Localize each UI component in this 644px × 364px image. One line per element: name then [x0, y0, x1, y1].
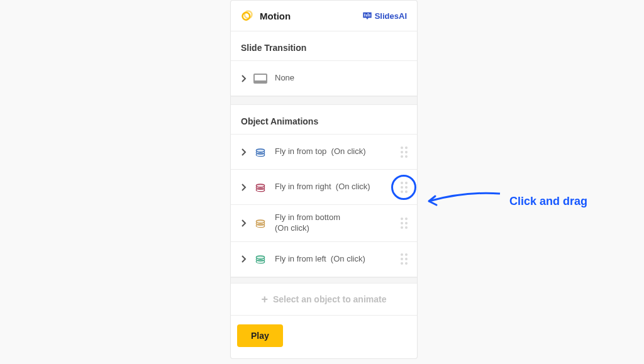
object-icon	[251, 253, 270, 265]
section-title-transition: Slide Transition	[231, 31, 417, 61]
object-icon	[251, 217, 270, 229]
panel-header: Motion SlidesAI	[231, 1, 417, 31]
animation-row[interactable]: Fly in from left (On click)	[231, 242, 417, 277]
object-icon	[251, 181, 270, 194]
svg-point-8	[256, 149, 264, 152]
svg-rect-3	[366, 14, 367, 16]
chevron-right-icon	[237, 255, 251, 263]
panel-footer: Play	[231, 316, 417, 358]
svg-point-1	[245, 11, 252, 19]
chevron-right-icon	[237, 75, 251, 82]
annotation-text: Click and drag	[509, 195, 587, 208]
annotation-callout: Click and drag	[421, 189, 587, 214]
motion-icon	[241, 9, 253, 22]
svg-rect-4	[367, 13, 368, 16]
drag-handle-icon[interactable]	[397, 180, 411, 194]
svg-point-17	[256, 256, 264, 259]
play-button[interactable]: Play	[237, 324, 283, 347]
svg-point-14	[256, 220, 264, 223]
section-separator	[231, 96, 417, 105]
add-animation-row: + Select an object to animate	[231, 284, 417, 316]
animation-row[interactable]: Fly in from bottom(On click)	[231, 205, 417, 242]
drag-handle-icon[interactable]	[397, 216, 411, 230]
section-title-animations: Object Animations	[231, 105, 417, 135]
animation-row[interactable]: Fly in from right (On click)	[231, 170, 417, 205]
plus-icon: +	[261, 294, 268, 305]
animation-label: Fly in from top (On click)	[275, 146, 397, 157]
brand-label: SlidesAI	[375, 11, 407, 21]
chevron-right-icon	[237, 148, 251, 156]
svg-point-11	[256, 184, 264, 187]
add-animation-label: Select an object to animate	[273, 294, 387, 304]
section-separator	[231, 277, 417, 284]
transition-value: None	[275, 73, 411, 84]
drag-handle-icon[interactable]	[397, 145, 411, 159]
drag-handle-icon[interactable]	[397, 252, 411, 266]
motion-panel: Motion SlidesAI Slide Transition None Ob…	[230, 0, 418, 359]
animation-label: Fly in from bottom(On click)	[275, 212, 397, 234]
chevron-right-icon	[237, 184, 251, 191]
animation-label: Fly in from right (On click)	[275, 182, 397, 192]
svg-rect-5	[369, 14, 370, 16]
arrow-icon	[421, 189, 503, 214]
svg-rect-2	[364, 14, 365, 17]
chevron-right-icon	[237, 219, 251, 227]
animation-row[interactable]: Fly in from top (On click)	[231, 135, 417, 170]
transition-row[interactable]: None	[231, 61, 417, 96]
object-icon	[251, 146, 270, 158]
none-transition-icon	[251, 74, 270, 84]
animation-label: Fly in from left (On click)	[275, 254, 397, 265]
panel-title: Motion	[260, 11, 362, 21]
brand-badge[interactable]: SlidesAI	[362, 11, 407, 21]
